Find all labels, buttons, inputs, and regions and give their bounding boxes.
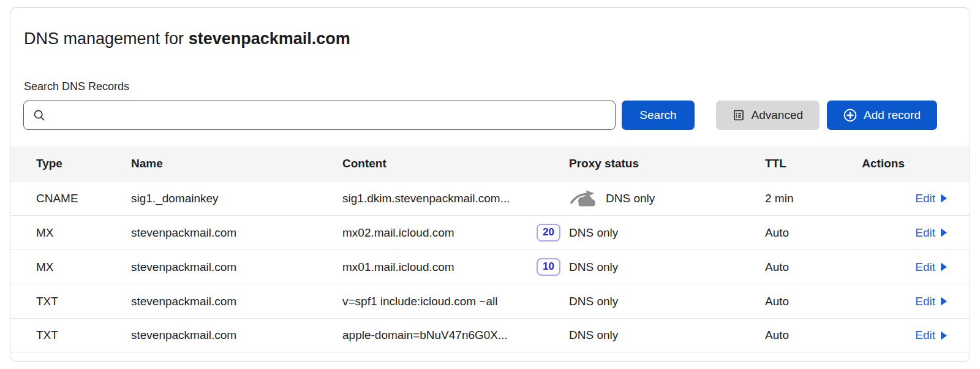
edit-arrow-icon: [940, 331, 948, 340]
document-list-icon: [733, 109, 745, 121]
edit-link-label: Edit: [915, 295, 935, 308]
mx-priority-badge: 20: [537, 224, 560, 242]
cell-name: stevenpackmail.com: [131, 295, 342, 308]
edit-arrow-icon: [940, 262, 948, 272]
cell-content: sig1.dkim.stevenpackmail.com...: [342, 192, 510, 205]
cell-content: v=spf1 include:icloud.com ~all: [342, 295, 497, 308]
edit-record-link[interactable]: Edit: [915, 329, 948, 342]
cell-content: mx02.mail.icloud.com: [342, 226, 454, 240]
cell-ttl: Auto: [765, 261, 853, 274]
table-row: MX stevenpackmail.com mx02.mail.icloud.c…: [10, 215, 970, 249]
header-content: Content: [342, 157, 569, 170]
mx-priority-badge: 10: [537, 258, 560, 276]
edit-arrow-icon: [940, 194, 948, 203]
add-record-button-label: Add record: [864, 108, 921, 122]
plus-circle-icon: [843, 108, 857, 122]
search-input-wrap: [23, 101, 616, 130]
cell-type: MX: [10, 261, 131, 274]
cell-ttl: Auto: [765, 226, 853, 240]
cell-proxy-status: DNS only: [569, 329, 618, 342]
cell-proxy-status: DNS only: [606, 192, 655, 205]
cell-type: CNAME: [10, 192, 131, 205]
header-proxy-status: Proxy status: [569, 157, 765, 170]
cell-name: stevenpackmail.com: [131, 261, 342, 274]
advanced-button-label: Advanced: [752, 108, 804, 122]
page-title-domain: stevenpackmail.com: [189, 29, 350, 48]
dns-management-card: DNS management for stevenpackmail.com Se…: [10, 7, 970, 362]
cell-proxy-status: DNS only: [569, 226, 618, 240]
cell-name: stevenpackmail.com: [131, 329, 342, 342]
cell-proxy-status: DNS only: [569, 261, 618, 274]
advanced-button[interactable]: Advanced: [716, 101, 820, 130]
cell-ttl: Auto: [765, 295, 853, 308]
edit-link-label: Edit: [915, 329, 935, 342]
edit-link-label: Edit: [915, 261, 935, 274]
add-record-button[interactable]: Add record: [827, 101, 937, 130]
dns-records-table: Type Name Content Proxy status TTL Actio…: [10, 146, 970, 352]
table-row: CNAME sig1._domainkey sig1.dkim.stevenpa…: [10, 181, 970, 215]
header-name: Name: [131, 157, 342, 170]
table-header-row: Type Name Content Proxy status TTL Actio…: [10, 146, 970, 181]
cell-content: mx01.mail.icloud.com: [342, 261, 454, 274]
edit-record-link[interactable]: Edit: [915, 192, 948, 205]
table-row: TXT stevenpackmail.com apple-domain=bNuV…: [10, 318, 970, 352]
header-type: Type: [10, 157, 131, 170]
cell-content: apple-domain=bNuV47n6G0X...: [342, 329, 508, 342]
search-dns-records-label: Search DNS Records: [24, 80, 970, 93]
search-controls-row: Search Advanced Add record: [10, 101, 970, 130]
edit-link-label: Edit: [915, 226, 935, 240]
table-row: MX stevenpackmail.com mx01.mail.icloud.c…: [10, 249, 970, 284]
page-title-prefix: DNS management for: [24, 29, 189, 48]
edit-record-link[interactable]: Edit: [915, 226, 948, 240]
cell-type: TXT: [10, 329, 131, 342]
cell-type: MX: [10, 226, 131, 240]
cell-name: sig1._domainkey: [131, 192, 342, 205]
header-ttl: TTL: [765, 157, 853, 170]
cell-ttl: Auto: [765, 329, 853, 342]
edit-record-link[interactable]: Edit: [915, 295, 948, 308]
edit-arrow-icon: [940, 228, 948, 237]
table-body: CNAME sig1._domainkey sig1.dkim.stevenpa…: [10, 181, 970, 352]
cell-ttl: 2 min: [765, 192, 853, 205]
search-icon: [32, 108, 46, 122]
page-title: DNS management for stevenpackmail.com: [24, 28, 970, 50]
edit-arrow-icon: [940, 297, 948, 306]
header-actions: Actions: [853, 157, 970, 170]
dns-only-cloud-icon: [569, 189, 597, 208]
edit-link-label: Edit: [915, 192, 935, 205]
cell-type: TXT: [10, 295, 131, 308]
cell-proxy-status: DNS only: [569, 295, 618, 308]
search-button[interactable]: Search: [622, 101, 694, 130]
table-row: TXT stevenpackmail.com v=spf1 include:ic…: [10, 284, 970, 318]
cell-name: stevenpackmail.com: [131, 226, 342, 240]
edit-record-link[interactable]: Edit: [915, 261, 948, 274]
search-input[interactable]: [23, 101, 616, 130]
